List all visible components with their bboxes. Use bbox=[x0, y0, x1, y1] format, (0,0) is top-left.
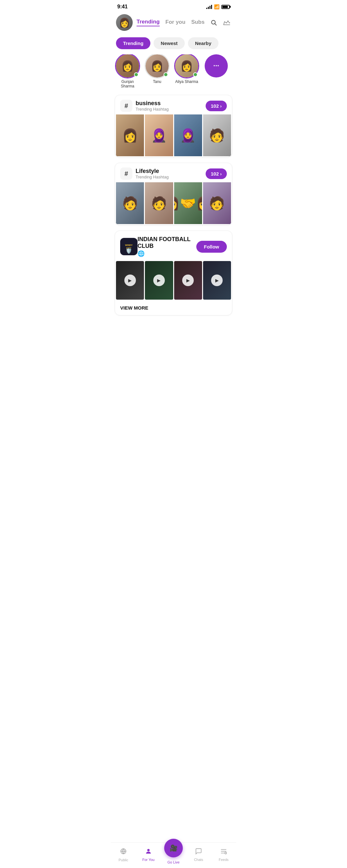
story-gunjan[interactable]: 👩 Gunjan Sharma bbox=[116, 54, 139, 88]
play-icon-4: ▶ bbox=[211, 275, 223, 286]
filter-nearby[interactable]: Nearby bbox=[188, 37, 219, 49]
story-avatar-aliya: 👩 bbox=[175, 54, 198, 78]
club-name: INDIAN FOOTBALL CLUB bbox=[137, 236, 196, 249]
club-video-2[interactable]: ▶ bbox=[145, 261, 173, 300]
globe-icon: 🌐 bbox=[137, 250, 196, 257]
story-tanu[interactable]: 👩 Tanu bbox=[146, 54, 169, 88]
story-name-more bbox=[216, 80, 217, 84]
tab-foryou[interactable]: For you bbox=[165, 19, 185, 26]
more-icon: ··· bbox=[205, 54, 228, 78]
hash-icon-business: # bbox=[120, 100, 132, 112]
hashtag-img-l1[interactable]: 🧑 bbox=[116, 182, 144, 224]
tab-subs[interactable]: Subs bbox=[191, 19, 205, 26]
story-avatar-tanu: 👩 bbox=[146, 54, 169, 78]
play-icon-3: ▶ bbox=[182, 275, 194, 286]
club-video-1[interactable]: ▶ bbox=[116, 261, 144, 300]
hashtag-img-l3[interactable]: 👩‍🤝‍👩 bbox=[174, 182, 202, 224]
club-video-4[interactable]: ▶ bbox=[203, 261, 231, 300]
story-name-tanu: Tanu bbox=[153, 80, 161, 84]
club-header: WINDY city 🛡️ INDIAN FOOTBALL CLUB 🌐 Fol… bbox=[115, 231, 232, 261]
club-video-3[interactable]: ▶ bbox=[174, 261, 202, 300]
hashtag-count-lifestyle[interactable]: 102 › bbox=[206, 168, 227, 179]
avatar[interactable]: 👩 bbox=[116, 14, 133, 31]
hashtag-header-business: # business Trending Hashtag 102 › bbox=[115, 95, 232, 115]
hashtag-name-business: business bbox=[135, 100, 206, 107]
filter-newest[interactable]: Newest bbox=[154, 37, 185, 49]
hashtag-name-lifestyle: Lifestyle bbox=[135, 168, 206, 175]
story-name-aliya: Aliya Sharma bbox=[175, 80, 198, 84]
hashtag-card-business: # business Trending Hashtag 102 › 👩 🧕 🧕 … bbox=[115, 95, 232, 157]
follow-button[interactable]: Follow bbox=[196, 241, 227, 253]
hashtag-sub-lifestyle: Trending Hashtag bbox=[135, 175, 206, 179]
story-name-gunjan: Gunjan Sharma bbox=[116, 80, 139, 88]
hashtag-count-business[interactable]: 102 › bbox=[206, 101, 227, 111]
signal-icon bbox=[206, 4, 212, 9]
tab-trending[interactable]: Trending bbox=[136, 19, 160, 26]
status-bar: 9:41 📶 bbox=[111, 0, 236, 11]
nav-tabs: Trending For you Subs bbox=[136, 19, 205, 26]
status-time: 9:41 bbox=[117, 4, 128, 10]
story-row: 👩 Gunjan Sharma 👩 Tanu 👩 Aliya Sharma ··… bbox=[111, 54, 236, 95]
svg-line-1 bbox=[215, 24, 217, 25]
hashtag-info-business: business Trending Hashtag bbox=[135, 100, 206, 112]
hashtag-img-1[interactable]: 👩 bbox=[116, 115, 144, 156]
wifi-icon: 📶 bbox=[214, 4, 219, 9]
battery-icon bbox=[221, 5, 230, 9]
hashtag-img-l2[interactable]: 🧑 bbox=[145, 182, 173, 224]
filter-trending[interactable]: Trending bbox=[116, 37, 150, 49]
play-icon-1: ▶ bbox=[124, 275, 136, 286]
hashtag-images-business: 👩 🧕 🧕 🧑 bbox=[115, 115, 232, 157]
story-avatar-gunjan: 👩 bbox=[116, 54, 139, 78]
hashtag-img-l4[interactable]: 🧑 bbox=[203, 182, 231, 224]
story-more[interactable]: ··· bbox=[205, 54, 228, 88]
hashtag-info-lifestyle: Lifestyle Trending Hashtag bbox=[135, 168, 206, 179]
hashtag-img-4[interactable]: 🧑 bbox=[203, 115, 231, 156]
hashtag-sub-business: Trending Hashtag bbox=[135, 107, 206, 112]
online-dot-tanu bbox=[163, 72, 168, 77]
crown-button[interactable] bbox=[222, 18, 231, 27]
play-icon-2: ▶ bbox=[153, 275, 165, 286]
online-dot bbox=[134, 72, 138, 77]
hashtag-img-3[interactable]: 🧕 bbox=[174, 115, 202, 156]
header: 👩 Trending For you Subs bbox=[111, 11, 236, 35]
filter-tabs: Trending Newest Nearby bbox=[111, 35, 236, 54]
hashtag-images-lifestyle: 🧑 🧑 👩‍🤝‍👩 🧑 bbox=[115, 182, 232, 225]
shield-icon: 🛡️ bbox=[126, 248, 132, 254]
search-button[interactable] bbox=[209, 18, 218, 27]
story-avatar-more: ··· bbox=[205, 54, 228, 78]
view-more-button[interactable]: VIEW MORE bbox=[115, 301, 232, 315]
hash-icon-lifestyle: # bbox=[120, 167, 132, 180]
hashtag-header-lifestyle: # Lifestyle Trending Hashtag 102 › bbox=[115, 163, 232, 182]
hashtag-card-lifestyle: # Lifestyle Trending Hashtag 102 › 🧑 🧑 👩… bbox=[115, 163, 232, 225]
club-logo: WINDY city 🛡️ bbox=[120, 238, 137, 255]
story-aliya[interactable]: 👩 Aliya Sharma bbox=[175, 54, 198, 88]
header-icons bbox=[209, 18, 231, 27]
online-dot-aliya bbox=[193, 72, 198, 77]
club-info: INDIAN FOOTBALL CLUB 🌐 bbox=[137, 236, 196, 257]
status-icons: 📶 bbox=[206, 4, 230, 9]
club-card: WINDY city 🛡️ INDIAN FOOTBALL CLUB 🌐 Fol… bbox=[115, 230, 232, 315]
hashtag-img-2[interactable]: 🧕 bbox=[145, 115, 173, 156]
club-videos: ▶ ▶ ▶ ▶ bbox=[115, 261, 232, 301]
